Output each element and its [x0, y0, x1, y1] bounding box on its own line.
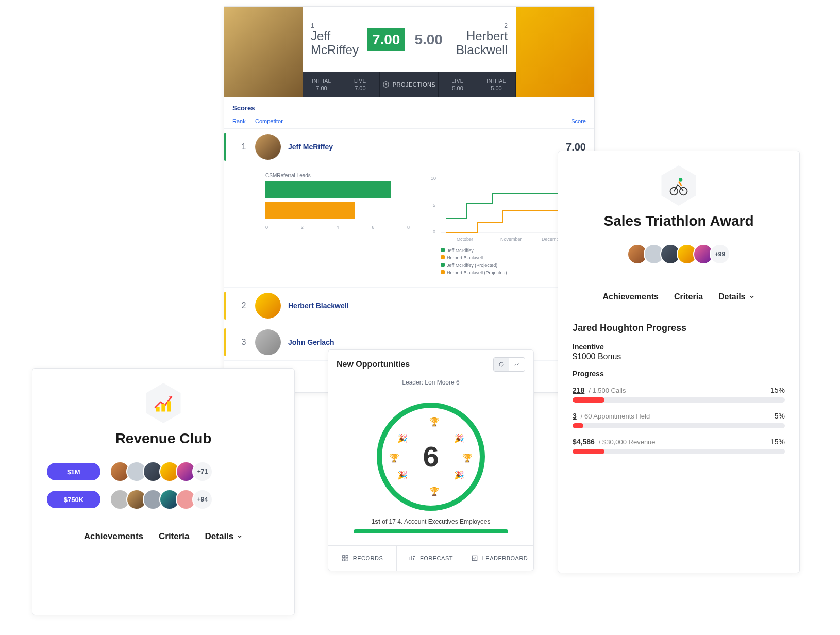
chevron-down-icon	[237, 533, 243, 540]
competitor-rank-sup: 2	[456, 22, 508, 29]
leaderboard-button[interactable]: LEADERBOARD	[465, 546, 533, 571]
metric-pct: 15%	[770, 386, 785, 394]
progress-label: Progress	[573, 370, 785, 378]
svg-point-18	[670, 188, 678, 195]
score-pair: 7.00 5.00	[367, 28, 448, 51]
tab-details[interactable]: Details	[205, 531, 243, 542]
score-right: 5.00	[409, 28, 448, 51]
metric-appointments: 3 / 60 Appointments Held 5%	[573, 412, 785, 428]
avatar-more[interactable]: +99	[710, 244, 730, 264]
avatar-more[interactable]: +94	[192, 489, 213, 510]
avatar	[255, 134, 281, 160]
tab-details[interactable]: Details	[718, 292, 754, 302]
svg-rect-17	[472, 556, 477, 560]
view-chart-button[interactable]	[509, 358, 525, 371]
metric-bar	[573, 449, 785, 454]
svg-rect-13	[346, 556, 348, 558]
party-icon: 🎉	[397, 433, 408, 443]
new-opportunities-card: New Opportunities Leader: Lori Moore 6 6…	[328, 349, 534, 571]
col-rank[interactable]: Rank	[232, 118, 255, 124]
row-name: John Gerlach	[288, 338, 550, 346]
svg-text:5: 5	[433, 203, 435, 208]
view-ring-button[interactable]	[494, 358, 509, 371]
table-row[interactable]: 1 Jeff McRiffey 7.00	[224, 129, 594, 165]
triathlon-hex-icon	[659, 165, 699, 206]
ring-value: 6	[423, 440, 439, 473]
growth-chart-icon	[152, 392, 175, 414]
scores-section-title: Scores	[224, 97, 594, 115]
avatar-more[interactable]: +71	[192, 461, 213, 482]
forecast-icon	[409, 555, 416, 562]
metric-pct: 15%	[770, 438, 785, 446]
triathlon-tabs: Achievements Criteria Details	[603, 292, 755, 302]
revenue-tabs: Achievements Criteria Details	[84, 531, 243, 542]
col-competitor[interactable]: Competitor	[255, 118, 550, 124]
revenue-title: Revenue Club	[115, 430, 212, 447]
row-accent	[224, 328, 226, 356]
avatar-strip: +94	[110, 489, 213, 510]
sales-triathlon-card: Sales Triathlon Award +99 Achievements C…	[558, 151, 800, 573]
progress-title: Jared Houghton Progress	[573, 323, 686, 333]
svg-rect-9	[161, 404, 165, 412]
opps-title: New Opportunities	[337, 360, 410, 369]
competitor-photo-left	[224, 7, 303, 97]
matchup-tab-initial-left[interactable]: INITIAL 7.00	[303, 72, 341, 97]
svg-point-16	[413, 556, 414, 557]
matchup-tab-live-left[interactable]: LIVE 7.00	[341, 72, 380, 97]
circle-icon	[498, 361, 505, 367]
competitor-name-right: 2 Herbert Blackwell	[456, 22, 508, 57]
table-row[interactable]: 2 Herbert Blackwell 5.	[224, 288, 594, 324]
avatar-strip: +99	[627, 244, 730, 264]
avatar	[255, 329, 281, 355]
records-button[interactable]: RECORDS	[328, 546, 397, 571]
x-label-nov: November	[500, 237, 522, 242]
metric-pct: 5%	[775, 412, 785, 420]
competitor-last: McRiffey	[311, 43, 359, 57]
revenue-club-card: Revenue Club $1M +71 $750K +94 Achieveme…	[32, 368, 295, 615]
row-accent	[224, 292, 226, 320]
bar-chart-label: CSMReferral Leads	[265, 173, 410, 178]
projections-icon	[382, 81, 390, 88]
competitor-rank-sup: 1	[311, 22, 359, 29]
scores-card: 1 Jeff McRiffey 7.00 5.00 2 Herbert Blac…	[224, 6, 595, 393]
opps-footer: RECORDS FORECAST LEADERBOARD	[328, 545, 533, 571]
svg-rect-8	[156, 407, 159, 411]
tab-achievements[interactable]: Achievements	[603, 292, 659, 302]
matchup-mid: 1 Jeff McRiffey 7.00 5.00 2 Herbert Blac…	[303, 7, 516, 97]
divider	[558, 313, 799, 313]
tab-criteria[interactable]: Criteria	[674, 292, 703, 302]
competitor-first: Jeff	[311, 29, 359, 43]
matchup-tab-initial-right[interactable]: INITIAL 5.00	[477, 72, 516, 97]
matchup-tab-projections[interactable]: PROJECTIONS	[380, 72, 439, 97]
party-icon: 🎉	[454, 433, 464, 443]
tier-pill-1m[interactable]: $1M	[47, 463, 100, 480]
scores-col-heads: Rank Competitor Score	[224, 115, 594, 129]
matchup-tabs: INITIAL 7.00 LIVE 7.00 PROJECTIONS LIVE …	[303, 72, 516, 97]
tab-criteria[interactable]: Criteria	[159, 531, 190, 542]
row-name: Herbert Blackwell	[288, 302, 550, 310]
cyclist-icon	[667, 174, 690, 197]
bar-chart: CSMReferral Leads 0 2 4 6 8	[265, 173, 410, 277]
metric-bar	[573, 397, 785, 403]
competitor-last: Blackwell	[456, 43, 508, 57]
tab-achievements[interactable]: Achievements	[84, 531, 143, 542]
row-expanded: CSMReferral Leads 0 2 4 6 8 10 5 0	[224, 165, 594, 288]
leaderboard-icon	[471, 555, 478, 562]
metric-calls: 218 / 1,500 Calls 15%	[573, 386, 785, 403]
trophy-icon: 🏆	[462, 453, 473, 463]
svg-rect-14	[342, 559, 344, 561]
forecast-button[interactable]: FORECAST	[397, 546, 465, 571]
competitor-first: Herbert	[456, 29, 508, 43]
progress-ring: 6 🏆 🎉 🎉 🎉 🎉 🏆 🏆 🏆	[377, 403, 485, 511]
tier-row-750k: $750K +94	[47, 489, 280, 510]
row-rank: 1	[232, 142, 255, 152]
metric-bar	[573, 423, 785, 428]
x-label-oct: October	[457, 237, 473, 242]
party-icon: 🎉	[454, 470, 464, 480]
col-score[interactable]: Score	[550, 118, 586, 124]
svg-rect-12	[342, 556, 344, 558]
matchup-tab-live-right[interactable]: LIVE 5.00	[439, 72, 477, 97]
tier-pill-750k[interactable]: $750K	[47, 491, 100, 508]
score-left: 7.00	[367, 28, 406, 51]
avatar	[255, 293, 281, 319]
